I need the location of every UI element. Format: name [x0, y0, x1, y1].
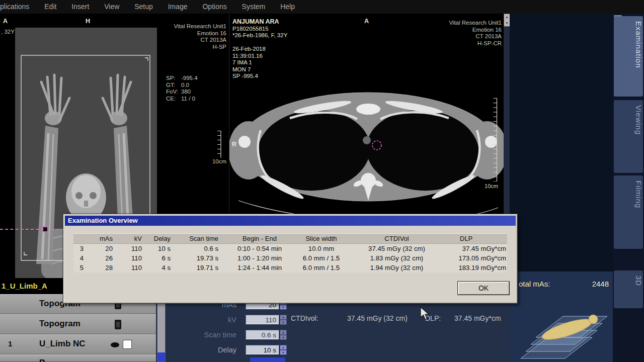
scan-parameters: SP:-995.4 GT:0.0 FoV:380 CE:11 / 0 [166, 75, 198, 102]
delay-field[interactable]: 10 s [246, 345, 279, 354]
total-mas-value: 2448 [592, 280, 609, 288]
protocol-step-list: Topogram Topogram 1 U_Limb NC P [0, 294, 156, 362]
scantime-label: Scan time [171, 329, 236, 340]
patient-info-fragment: , 32Y [1, 29, 15, 36]
total-mas-label: otal mAs: [519, 280, 550, 288]
film-frame-icon [115, 320, 121, 329]
ok-button[interactable]: OK [457, 281, 510, 295]
selected-field-fragment [250, 357, 285, 362]
list-item-topogram-2[interactable]: Topogram [0, 314, 156, 334]
scantime-control-row: Scan time 0.6 s ▲ ▼ [156, 329, 510, 340]
examination-table: mAs kV Delay Scan time Begin - End Slice… [73, 233, 507, 273]
menu-item-setup[interactable]: Setup [134, 0, 153, 14]
tab-examination[interactable]: Examination [614, 16, 643, 97]
menu-item-image[interactable]: Image [168, 0, 188, 14]
menu-item-options[interactable]: Options [202, 0, 226, 14]
mouse-cursor [420, 307, 430, 321]
delay-stepper[interactable]: ▲ ▼ [280, 345, 287, 355]
menu-bar: plications Edit Insert View Setup Image … [0, 0, 644, 14]
menu-item-view[interactable]: View [104, 0, 119, 14]
tab-filming[interactable]: Filming [614, 175, 643, 249]
dialog-title-bar[interactable]: Examination Overview [65, 216, 516, 226]
delay-label: Delay [171, 344, 236, 355]
stepper-up-icon[interactable]: ▲ [280, 330, 287, 335]
station-info: Vital Research Unit1 Emotion 16 CT 2013A… [449, 20, 502, 47]
stepper-down-icon[interactable]: ▼ [280, 305, 287, 310]
table-row[interactable]: 5 28 110 4 s 19.71 s 1:24 - 1:44 min 6.0… [73, 263, 507, 273]
orientation-label-r: R [232, 141, 236, 148]
station-info: Vital Research Unit1 Emotion 16 CT 2013A… [174, 23, 226, 50]
tab-viewing[interactable]: Viewing [614, 100, 643, 173]
task-tab-strip: ▲▼ Examination Viewing Filming 3D [613, 14, 644, 362]
slice-stack-3d-graphic [517, 283, 610, 362]
orientation-label-a: A [3, 18, 8, 25]
list-item-partial[interactable]: P [0, 354, 156, 362]
patient-info-block: ANJUMAN ARA P1802055815 *26-Feb-1986, F,… [232, 19, 287, 80]
ctdivol-value: 37.45 mGy (32 cm) [347, 314, 408, 322]
orientation-label-a: A [364, 18, 369, 25]
eye-icon [111, 342, 119, 347]
step-checkbox[interactable] [123, 340, 132, 349]
table-row[interactable]: 4 26 110 6 s 19.73 s 1:00 - 1:20 min 6.0… [73, 253, 507, 263]
scale-label: 10cm [212, 158, 226, 165]
delay-control-row: Delay 10 s ▲ ▼ [156, 344, 510, 355]
menu-item-edit[interactable]: Edit [44, 0, 56, 14]
list-item-ulimb-nc[interactable]: 1 U_Limb NC [0, 334, 156, 354]
tab-3d[interactable]: 3D [614, 270, 643, 308]
dose-readout: CTDIvol: 37.45 mGy (32 cm) DLP: 37.45 mG… [156, 314, 510, 323]
axial-scale-label: 10cm [485, 183, 498, 189]
table-header-row: mAs kV Delay Scan time Begin - End Slice… [73, 233, 507, 244]
scantime-field[interactable]: 0.6 s [246, 330, 279, 339]
menu-item-system[interactable]: System [242, 0, 266, 14]
ct-workstation: plications Edit Insert View Setup Image … [0, 0, 644, 362]
ctdivol-label: CTDIvol: [291, 314, 318, 322]
table-row[interactable]: 3 20 110 10 s 0.6 s 0:10 - 0:54 min 10.0… [73, 244, 507, 253]
dlp-value: 37.45 mGy*cm [454, 314, 501, 322]
menu-item-insert[interactable]: Insert [71, 0, 89, 14]
scale-ruler [214, 130, 222, 159]
scantime-stepper[interactable]: ▲ ▼ [280, 330, 287, 340]
orientation-label-h: H [86, 18, 90, 25]
menu-item-applications[interactable]: plications [0, 0, 29, 14]
total-mas-readout: otal mAs: 2448 [510, 280, 613, 290]
stepper-up-icon[interactable]: ▲ [280, 345, 287, 350]
scan-range-handle[interactable] [42, 226, 48, 232]
stepper-down-icon[interactable]: ▼ [280, 335, 287, 340]
menu-item-help[interactable]: Help [280, 0, 295, 14]
stepper-down-icon[interactable]: ▼ [280, 350, 287, 355]
right-panel: otal mAs: 2448 [510, 14, 613, 362]
examination-overview-dialog: Examination Overview mAs kV Delay Scan t… [63, 214, 518, 304]
